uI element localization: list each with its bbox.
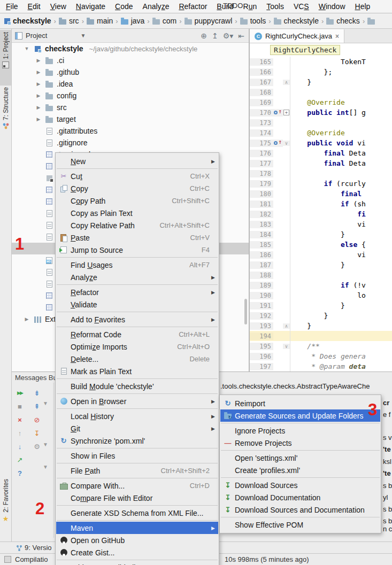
- tool-window-tab-favorites[interactable]: 2: Favorites ★: [0, 477, 11, 535]
- menu-item-create-profiles-xml[interactable]: Create 'profiles.xml': [220, 464, 380, 476]
- breadcrumb-item-tools[interactable]: tools: [240, 17, 267, 25]
- menu-navigate[interactable]: Navigate: [71, 0, 110, 13]
- import-button[interactable]: ↧: [32, 428, 42, 438]
- tree-item-config[interactable]: ▶config: [12, 90, 249, 102]
- menu-item-optimize-imports[interactable]: Optimize ImportsCtrl+Alt+O: [56, 340, 218, 353]
- chevron-right-icon[interactable]: ▶: [24, 316, 30, 322]
- fold-marker[interactable]: ∨: [283, 141, 290, 146]
- menu-item-paste[interactable]: PasteCtrl+V: [56, 231, 218, 244]
- menu-item-show-in-files[interactable]: Show in Files: [56, 450, 218, 462]
- tool-window-tab-todo[interactable]: TODO: [223, 2, 243, 10]
- breadcrumb-item-checkstyle[interactable]: checkstyle: [273, 17, 319, 25]
- menu-item-generate-sources-and-update-folders[interactable]: Generate Sources and Update Folders: [220, 409, 380, 422]
- overriding-method-icon[interactable]: [273, 109, 282, 117]
- tree-item-gitattributes[interactable]: .gitattributes: [12, 125, 249, 137]
- menu-item-download-sources[interactable]: ↧Download Sources: [220, 479, 380, 491]
- fold-marker[interactable]: ∧: [283, 80, 290, 85]
- tree-expand-icon[interactable]: ▼: [43, 400, 48, 406]
- menu-item-reformat-code[interactable]: Reformat CodeCtrl+Alt+L: [56, 328, 218, 340]
- tool-window-tab-version-control[interactable]: 9: Versio: [16, 544, 52, 552]
- menu-item-cut[interactable]: ✂CutCtrl+X: [56, 170, 218, 182]
- menu-item-mark-as-plain-text[interactable]: Mark as Plain Text: [56, 365, 218, 377]
- menu-code[interactable]: Code: [110, 0, 137, 13]
- breadcrumb-item-java[interactable]: java: [120, 17, 145, 25]
- close-icon[interactable]: ×: [335, 33, 339, 40]
- menu-file[interactable]: File: [1, 0, 23, 13]
- chevron-down-icon[interactable]: ▼: [24, 46, 30, 51]
- editor-tab-rightcurlycheck[interactable]: C RightCurlyCheck.java ×: [250, 29, 344, 43]
- menu-item-build-module-checkstyle[interactable]: Build Module 'checkstyle': [56, 380, 218, 392]
- menu-item-show-effective-pom[interactable]: Show Effective POM: [220, 518, 380, 531]
- chevron-right-icon[interactable]: ▶: [35, 93, 42, 98]
- menu-item-remove-projects[interactable]: —Remove Projects: [220, 437, 380, 449]
- menu-item-delete[interactable]: Delete...Delete: [56, 353, 218, 365]
- menu-window[interactable]: Window: [314, 0, 350, 13]
- menu-item-reimport[interactable]: ↻Reimport: [220, 397, 380, 409]
- menu-item-download-sources-and-documentation[interactable]: ↧Download Sources and Documentation: [220, 504, 380, 516]
- menu-item-copy-path[interactable]: Copy PathCtrl+Shift+C: [56, 195, 218, 207]
- settings-icon[interactable]: ⚙▾: [223, 32, 234, 40]
- menu-edit[interactable]: Edit: [23, 0, 45, 13]
- menu-item-open-in-browser[interactable]: Open in Browser▶: [56, 395, 218, 407]
- code-area[interactable]: 165 TokenT166 };167∧ }168169 @Override17…: [250, 57, 392, 371]
- suspend-button[interactable]: ⊘: [32, 415, 42, 424]
- menu-item-compare-file-with-editor[interactable]: Compare File with Editor: [56, 492, 218, 504]
- menu-view[interactable]: View: [45, 0, 71, 13]
- menu-item-git[interactable]: Git▶: [56, 422, 218, 435]
- menu-item-copy-as-plain-text[interactable]: Copy as Plain Text: [56, 207, 218, 219]
- menu-item-copy[interactable]: CopyCtrl+C: [56, 182, 218, 195]
- rerun-button[interactable]: ▶▶: [15, 388, 25, 398]
- prev-message-button[interactable]: ↑: [15, 428, 25, 438]
- tree-item-checkstyle[interactable]: ▼checkstyle~/java/github/checkstyle/chec…: [12, 43, 249, 55]
- menu-item-find-usages[interactable]: Find UsagesAlt+F7: [56, 259, 218, 271]
- menu-item-analyze[interactable]: Analyze▶: [56, 271, 218, 283]
- menu-vcs[interactable]: VCS: [289, 0, 314, 13]
- breadcrumb-item-src[interactable]: src: [58, 17, 80, 25]
- menu-item-synchronize-pom-xml[interactable]: ↻Synchronize 'pom.xml': [56, 435, 218, 447]
- close-button[interactable]: ×: [15, 415, 25, 424]
- export-button[interactable]: ↗: [15, 455, 25, 465]
- help-button[interactable]: ?: [15, 468, 25, 478]
- fold-marker[interactable]: ∨: [283, 344, 290, 349]
- hide-panel-icon[interactable]: ⇤: [238, 32, 244, 40]
- chevron-right-icon[interactable]: ▶: [35, 69, 42, 75]
- tree-expand-icon[interactable]: ▼: [43, 464, 48, 470]
- menu-item-ignore-projects[interactable]: Ignore Projects: [220, 424, 380, 437]
- overriding-method-icon[interactable]: [273, 140, 282, 147]
- chevron-right-icon[interactable]: ▶: [35, 58, 42, 63]
- menu-item-validate[interactable]: Validate: [56, 298, 218, 311]
- settings-button[interactable]: ⚙: [32, 442, 42, 451]
- menu-item-open-on-github[interactable]: Open on GitHub: [56, 534, 218, 546]
- tree-item-github[interactable]: ▶.github: [12, 66, 249, 78]
- locate-icon[interactable]: ⊕: [201, 32, 207, 40]
- tool-window-tab-project[interactable]: 1: Project: [0, 30, 11, 86]
- menu-item-file-path[interactable]: File PathCtrl+Alt+Shift+2: [56, 465, 218, 477]
- menu-item-new[interactable]: New▶: [56, 155, 218, 167]
- menu-item-jump-to-source[interactable]: Jump to SourceF4: [56, 244, 218, 256]
- expand-all-button[interactable]: ⇟: [32, 388, 42, 398]
- next-message-button[interactable]: ↓: [15, 442, 25, 451]
- menu-item-local-history[interactable]: Local History▶: [56, 410, 218, 422]
- tree-item-idea[interactable]: ▶.idea: [12, 78, 249, 90]
- fold-expand-icon[interactable]: +: [283, 110, 289, 115]
- menu-item-refactor[interactable]: Refactor▶: [56, 286, 218, 298]
- breadcrumb-item-main[interactable]: main: [86, 17, 113, 25]
- fold-marker[interactable]: ∧: [283, 323, 290, 329]
- menu-item-download-documentation[interactable]: ↧Download Documentation: [220, 491, 380, 504]
- breadcrumb-item-com[interactable]: com: [152, 17, 177, 25]
- tree-item-target[interactable]: ▶target: [12, 113, 249, 125]
- collapse-all-button[interactable]: ⇞: [32, 401, 42, 411]
- tree-expand-icon[interactable]: ▼: [43, 442, 48, 447]
- breadcrumb-item-checks[interactable]: checks: [326, 17, 360, 25]
- tool-window-tab-structure[interactable]: 7: Structure: [0, 85, 11, 148]
- collapse-all-icon[interactable]: ↥: [212, 32, 218, 40]
- breadcrumb-item-puppycrawl[interactable]: puppycrawl: [184, 17, 233, 25]
- chevron-down-icon[interactable]: ▼: [80, 33, 86, 38]
- breadcrumb-item-checkstyle[interactable]: checkstyle: [4, 17, 52, 25]
- fold-marker[interactable]: +: [283, 110, 290, 115]
- scrollbar-thumb[interactable]: [244, 299, 247, 324]
- chevron-right-icon[interactable]: ▶: [35, 81, 42, 87]
- menu-tools[interactable]: Tools: [262, 0, 289, 13]
- tree-item-ci[interactable]: ▶.ci: [12, 55, 249, 66]
- menu-item-copy-relative-path[interactable]: Copy Relative PathCtrl+Alt+Shift+C: [56, 219, 218, 231]
